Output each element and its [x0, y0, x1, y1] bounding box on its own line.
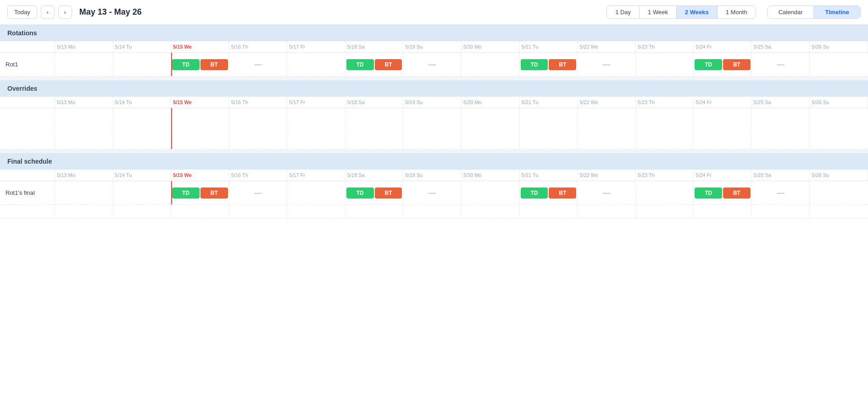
fs-td-4[interactable]: TD [695, 187, 722, 198]
overrides-grid: 5/13 Mo 5/14 Tu 5/15 We 5/16 Th 5/17 Fr … [0, 97, 868, 149]
fs-header-day-7: 5/20 Mo [462, 170, 520, 181]
ov-header-day-0: 5/13 Mo [55, 97, 113, 108]
today-line-ov [171, 108, 172, 149]
fs-cell-10 [636, 181, 694, 204]
header-day-7: 5/20 Mo [462, 41, 520, 52]
rot1-cell-9: — [578, 53, 636, 76]
ov-empty-4 [287, 108, 345, 149]
ov-header-empty [0, 97, 55, 108]
ov-empty-8 [520, 108, 578, 149]
today-button[interactable]: Today [7, 6, 37, 19]
fs-td-1[interactable]: TD [172, 187, 200, 198]
date-range: May 13 - May 26 [79, 7, 142, 17]
fs-header-day-10: 5/23 Th [636, 170, 694, 181]
fs-header-day-3: 5/16 Th [229, 170, 288, 181]
fs-cell-2: TD BT [171, 181, 229, 204]
next-button[interactable]: › [58, 6, 72, 19]
ov-header-day-3: 5/16 Th [229, 97, 288, 108]
fs-bottom-4 [287, 205, 345, 218]
fs-bottom-6 [403, 205, 462, 218]
ov-empty-13 [810, 108, 868, 149]
fs-bt-3[interactable]: BT [549, 187, 576, 198]
rot1-cell-6: — [403, 53, 462, 76]
fs-bottom-12 [752, 205, 810, 218]
fs-header-day-4: 5/17 Fr [287, 170, 345, 181]
section-final-header: Final schedule [0, 153, 868, 170]
fs-cell-4 [287, 181, 345, 204]
header-day-8: 5/21 Tu [520, 41, 578, 52]
fs-bottom-1 [113, 205, 172, 218]
view-1day[interactable]: 1 Day [607, 6, 640, 18]
ov-header-day-13: 5/26 Su [810, 97, 868, 108]
view-1month[interactable]: 1 Month [718, 6, 756, 18]
rot1-cell-12: — [752, 53, 810, 76]
section-rotations: Rotations 5/13 Mo 5/14 Tu 5/15 We 5/16 T… [0, 25, 868, 77]
ov-header-day-11: 5/24 Fr [694, 97, 752, 108]
fs-td-2[interactable]: TD [346, 187, 374, 198]
ov-header-day-4: 5/17 Fr [287, 97, 345, 108]
fs-bottom-label [0, 205, 55, 218]
header-day-0: 5/13 Mo [55, 41, 113, 52]
fs-cell-5: TD BT [345, 181, 404, 204]
header-day-2: 5/15 We [171, 41, 229, 52]
header-day-4: 5/17 Fr [287, 41, 345, 52]
rot1-td-2[interactable]: TD [346, 59, 374, 70]
rot1-cell-4 [287, 53, 345, 76]
rot1-final-row: Rot1's final TD BT — TD BT — TD BT [0, 181, 868, 205]
section-rotations-header: Rotations [0, 25, 868, 41]
final-bottom-padding [0, 205, 868, 219]
view-1week[interactable]: 1 Week [640, 6, 677, 18]
rot1-bt-3[interactable]: BT [549, 59, 576, 70]
ov-header-day-5: 5/18 Sa [345, 97, 404, 108]
rot1-cell-7 [462, 53, 520, 76]
rot1-bt-4[interactable]: BT [723, 59, 751, 70]
rot1-td-4[interactable]: TD [695, 59, 722, 70]
final-day-headers: 5/13 Mo 5/14 Tu 5/15 We 5/16 Th 5/17 Fr … [0, 170, 868, 181]
ov-empty-7 [462, 108, 520, 149]
fs-header-day-1: 5/14 Tu [113, 170, 172, 181]
ov-header-day-1: 5/14 Tu [113, 97, 172, 108]
rot1-cell-8: TD BT [520, 53, 578, 76]
rot1-bt-2[interactable]: BT [375, 59, 402, 70]
fs-header-empty [0, 170, 55, 181]
ov-header-day-2: 5/15 We [171, 97, 229, 108]
fs-header-day-6: 5/19 Su [403, 170, 462, 181]
ov-empty-12 [752, 108, 810, 149]
header-day-13: 5/26 Su [810, 41, 868, 52]
fs-bt-1[interactable]: BT [200, 187, 228, 198]
mode-group: Calendar Timeline [767, 6, 861, 19]
rot1-td-1[interactable]: TD [172, 59, 200, 70]
fs-cell-9: — [578, 181, 636, 204]
section-overrides-header: Overrides [0, 80, 868, 97]
ov-empty-1 [113, 108, 172, 149]
fs-bt-2[interactable]: BT [375, 187, 402, 198]
ov-empty-5 [345, 108, 404, 149]
header-day-12: 5/25 Sa [752, 41, 810, 52]
rot1-bt-1[interactable]: BT [200, 59, 228, 70]
fs-cell-7 [462, 181, 520, 204]
fs-td-3[interactable]: TD [521, 187, 548, 198]
divider-2 [0, 149, 868, 153]
ov-empty-10 [636, 108, 694, 149]
header-day-10: 5/23 Th [636, 41, 694, 52]
rot1-cell-2: TD BT [171, 53, 229, 76]
mode-timeline[interactable]: Timeline [814, 6, 860, 18]
main-content: Rotations 5/13 Mo 5/14 Tu 5/15 We 5/16 T… [0, 25, 868, 219]
view-group: 1 Day 1 Week 2 Weeks 1 Month [606, 6, 756, 19]
today-line-fs [171, 181, 172, 204]
rot1-cell-5: TD BT [345, 53, 404, 76]
ov-header-day-9: 5/22 We [578, 97, 636, 108]
prev-button[interactable]: ‹ [41, 6, 55, 19]
rot1-cell-10 [636, 53, 694, 76]
ov-header-day-7: 5/20 Mo [462, 97, 520, 108]
fs-bt-4[interactable]: BT [723, 187, 751, 198]
mode-calendar[interactable]: Calendar [768, 6, 814, 18]
fs-bottom-2 [171, 205, 229, 218]
header-day-3: 5/16 Th [229, 41, 288, 52]
fs-header-day-8: 5/21 Tu [520, 170, 578, 181]
rot1-td-3[interactable]: TD [521, 59, 548, 70]
view-2weeks[interactable]: 2 Weeks [677, 6, 718, 18]
fs-cell-11: TD BT [694, 181, 752, 204]
section-final: Final schedule 5/13 Mo 5/14 Tu 5/15 We 5… [0, 153, 868, 219]
toolbar: Today ‹ › May 13 - May 26 1 Day 1 Week 2… [0, 0, 868, 25]
